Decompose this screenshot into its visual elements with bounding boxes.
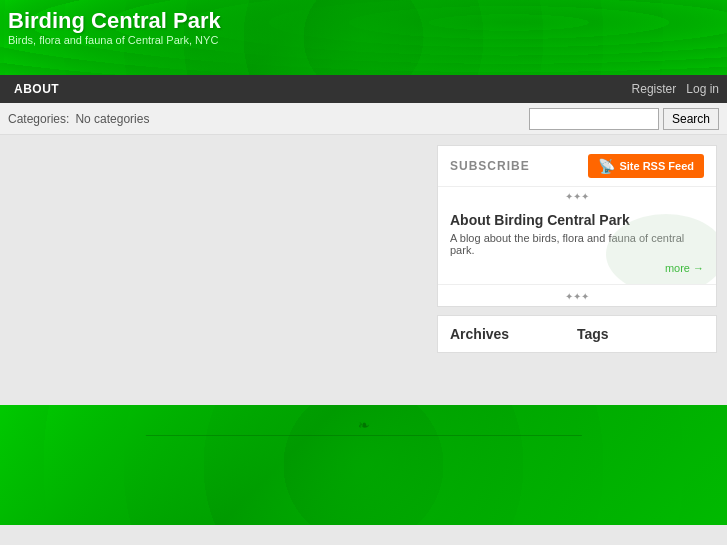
search-area: Search	[529, 108, 719, 130]
site-title: Birding Central Park	[8, 8, 221, 34]
site-header: Birding Central Park Birds, flora and fa…	[0, 0, 727, 75]
categories-left: Categories: No categories	[8, 112, 149, 126]
footer-divider	[145, 435, 581, 436]
ornament-bottom: ✦✦✦	[438, 284, 716, 306]
about-widget: About Birding Central Park A blog about …	[438, 206, 716, 284]
about-nav-link[interactable]: ABOUT	[8, 78, 65, 100]
categories-bar: Categories: No categories Search	[0, 103, 727, 135]
categories-label: Categories:	[8, 112, 69, 126]
ornament-top: ✦✦✦	[438, 187, 716, 206]
main-content: SUBSCRIBE 📡 Site RSS Feed ✦✦✦ About Bird…	[0, 135, 727, 395]
tags-heading: Tags	[577, 326, 609, 342]
register-link[interactable]: Register	[632, 82, 677, 96]
subscribe-box: SUBSCRIBE 📡 Site RSS Feed ✦✦✦ About Bird…	[437, 145, 717, 307]
categories-value: No categories	[75, 112, 149, 126]
subscribe-label: SUBSCRIBE	[450, 159, 530, 173]
rss-icon: 📡	[598, 158, 615, 174]
search-input[interactable]	[529, 108, 659, 130]
site-subtitle: Birds, flora and fauna of Central Park, …	[8, 34, 218, 46]
tags-col: Tags	[577, 326, 704, 342]
rss-button-label: Site RSS Feed	[619, 160, 694, 172]
login-link[interactable]: Log in	[686, 82, 719, 96]
about-widget-title: About Birding Central Park	[450, 212, 704, 228]
archives-col: Archives	[450, 326, 577, 342]
archives-tags-header: Archives Tags	[450, 326, 704, 342]
search-button[interactable]: Search	[663, 108, 719, 130]
nav-left: ABOUT	[8, 78, 65, 100]
subscribe-header: SUBSCRIBE 📡 Site RSS Feed	[438, 146, 716, 187]
footer-ornament: ❧	[358, 417, 370, 433]
navbar: ABOUT Register Log in	[0, 75, 727, 103]
nav-right: Register Log in	[632, 82, 719, 96]
archives-tags-box: Archives Tags	[437, 315, 717, 353]
archives-heading: Archives	[450, 326, 509, 342]
more-link[interactable]: more →	[665, 262, 704, 274]
footer: ❧	[0, 405, 727, 525]
about-widget-text: A blog about the birds, flora and fauna …	[450, 232, 704, 256]
right-sidebar: SUBSCRIBE 📡 Site RSS Feed ✦✦✦ About Bird…	[437, 145, 717, 385]
left-area	[0, 145, 437, 385]
rss-feed-button[interactable]: 📡 Site RSS Feed	[588, 154, 704, 178]
